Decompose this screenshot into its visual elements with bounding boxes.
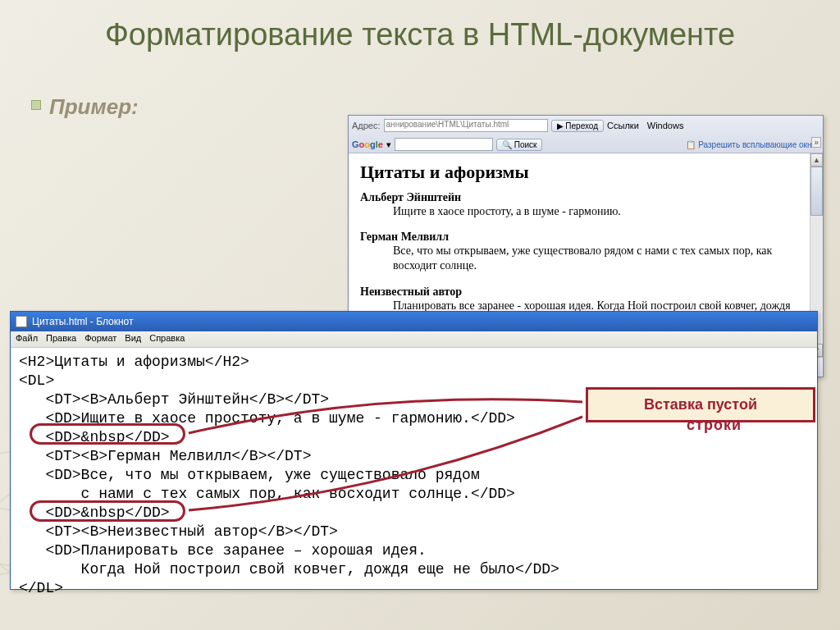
- address-input[interactable]: аннирование\HTML\Цитаты.html: [384, 119, 548, 132]
- callout-line2: строки: [687, 417, 742, 434]
- notepad-menubar: Файл Правка Формат Вид Справка: [11, 331, 817, 348]
- go-button[interactable]: ▶ Переход: [551, 120, 605, 132]
- popup-blocker-link[interactable]: 📋 Разрешить всплывающие окна: [686, 140, 819, 149]
- bullet-icon: [31, 100, 41, 110]
- google-search-input[interactable]: [395, 138, 493, 151]
- menu-view[interactable]: Вид: [125, 333, 141, 345]
- notepad-title-text: Цитаты.html - Блокнот: [32, 316, 133, 327]
- page-heading: Цитаты и афоризмы: [360, 162, 811, 183]
- example-label: Пример:: [49, 94, 139, 120]
- author-name: Альберт Эйнштейн: [360, 191, 811, 204]
- notepad-window: Цитаты.html - Блокнот Файл Правка Формат…: [10, 311, 818, 590]
- search-button[interactable]: 🔍 Поиск: [496, 139, 543, 151]
- slide-title: Форматирование текста в HTML-документе: [0, 0, 840, 62]
- toolbar-overflow-icon[interactable]: »: [811, 137, 821, 148]
- google-logo: Google: [352, 139, 383, 149]
- author-name: Герман Мелвилл: [360, 231, 811, 244]
- notepad-content[interactable]: <H2>Цитаты и афоризмы</H2> <DL> <DT><B>А…: [11, 348, 817, 603]
- quote-text: Ищите в хаосе простоту, а в шуме - гармо…: [393, 204, 811, 219]
- notepad-titlebar: Цитаты.html - Блокнот: [11, 312, 817, 331]
- notepad-icon: [16, 316, 27, 327]
- menu-help[interactable]: Справка: [149, 333, 185, 345]
- address-label: Адрес:: [352, 121, 381, 130]
- dropdown-icon[interactable]: ▾: [386, 139, 391, 150]
- windows-link[interactable]: Windows: [647, 121, 684, 130]
- quote-text: Все, что мы открываем, уже существовало …: [393, 244, 811, 273]
- author-name: Неизвестный автор: [360, 285, 811, 299]
- menu-file[interactable]: Файл: [16, 333, 38, 345]
- scroll-up-icon[interactable]: ▲: [810, 153, 823, 167]
- links-label[interactable]: Ссылки: [607, 121, 639, 130]
- menu-edit[interactable]: Правка: [46, 333, 76, 345]
- menu-format[interactable]: Формат: [84, 333, 116, 345]
- browser-toolbar: Адрес: аннирование\HTML\Цитаты.html ▶ Пе…: [349, 116, 823, 153]
- scroll-thumb[interactable]: [810, 167, 823, 216]
